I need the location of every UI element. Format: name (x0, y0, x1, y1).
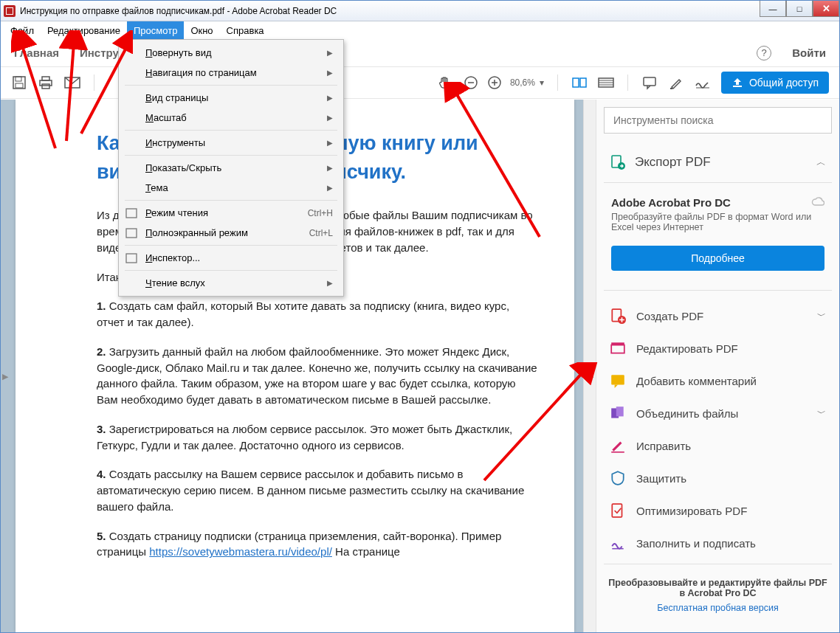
svg-rect-35 (126, 254, 137, 263)
tool-row[interactable]: Редактировать PDF (604, 332, 832, 364)
svg-rect-18 (644, 77, 655, 86)
menu-item[interactable]: Инспектор... (119, 248, 343, 268)
menu-item[interactable]: Чтение вслух▶ (119, 273, 343, 293)
menu-help[interactable]: Справка (220, 21, 271, 39)
submenu-arrow-icon: ▶ (327, 139, 333, 147)
submenu-arrow-icon: ▶ (327, 49, 333, 57)
doc-paragraph: 4. Создать рассылку на Вашем сервисе рас… (97, 466, 537, 514)
doc-paragraph: 3. Зарегистрироваться на любом сервисе р… (97, 421, 537, 454)
submenu-arrow-icon: ▶ (327, 279, 333, 287)
menu-view[interactable]: Просмотр (127, 21, 184, 39)
search-tools-input[interactable] (604, 107, 832, 134)
submenu-arrow-icon: ▶ (327, 114, 333, 122)
combine-icon (610, 405, 626, 421)
tool-row[interactable]: Исправить (604, 429, 832, 462)
tool-row[interactable]: Добавить комментарий (604, 364, 832, 397)
sign-icon (610, 535, 626, 551)
login-button[interactable]: Войти (792, 46, 826, 59)
submenu-arrow-icon: ▶ (327, 69, 333, 77)
tool-row[interactable]: Создать PDF﹀ (604, 300, 832, 332)
submenu-arrow-icon: ▶ (327, 94, 333, 102)
svg-rect-34 (126, 229, 137, 238)
chevron-down-icon: ﹀ (817, 407, 826, 420)
promo-text: Преобразовывайте и редактируйте файлы PD… (608, 578, 827, 598)
left-collapse-icon[interactable]: ▶ (1, 365, 10, 387)
doc-paragraph: 1. Создать сам файл, который Вы хотите д… (97, 298, 537, 331)
menu-item[interactable]: Тема▶ (119, 178, 343, 198)
svg-rect-13 (580, 78, 586, 87)
submenu-arrow-icon: ▶ (327, 184, 333, 192)
svg-rect-12 (573, 78, 579, 87)
svg-rect-26 (611, 342, 624, 345)
menu-item[interactable]: Повернуть вид▶ (119, 43, 343, 63)
side-panel: ▶ Экспорт PDF ︿ Adobe Acrobat Pro DC Пре… (596, 100, 839, 632)
export-pdf-icon (610, 154, 626, 170)
svg-rect-27 (611, 375, 624, 384)
annotation-arrow (11, 30, 133, 156)
full-icon (125, 226, 138, 240)
create-icon (610, 308, 626, 324)
inspect-icon (125, 252, 138, 265)
export-pdf-header[interactable]: Экспорт PDF ︿ (604, 147, 832, 178)
product-name: Adobe Acrobat Pro DC (611, 196, 805, 209)
svg-rect-33 (126, 209, 137, 218)
tool-row[interactable]: Оптимизировать PDF (604, 494, 832, 527)
tool-row[interactable]: Защитить (604, 462, 832, 494)
menu-item[interactable]: Показать/Скрыть▶ (119, 158, 343, 178)
close-button[interactable]: ✕ (813, 1, 839, 17)
fit-width-icon[interactable] (571, 75, 588, 91)
svg-rect-20 (733, 86, 742, 87)
tool-row[interactable]: Объединить файлы﹀ (604, 397, 832, 429)
menu-item[interactable]: Масштаб▶ (119, 108, 343, 128)
svg-rect-31 (612, 504, 622, 517)
menu-item[interactable]: Режим чтенияCtrl+H (119, 203, 343, 223)
protect-icon (610, 470, 626, 486)
edit-icon (610, 340, 626, 356)
chevron-down-icon: ﹀ (817, 310, 826, 322)
help-icon[interactable]: ? (757, 46, 771, 60)
menu-item[interactable]: Навигация по страницам▶ (119, 63, 343, 83)
promo-link[interactable]: Бесплатная пробная версия (608, 603, 827, 613)
upload-icon (731, 77, 743, 89)
read-icon (125, 207, 138, 220)
doc-paragraph: 2. Загрузить данный файл на любом файлоо… (97, 344, 537, 408)
optimize-icon (610, 502, 626, 519)
highlight-icon[interactable] (668, 75, 684, 91)
svg-rect-25 (611, 345, 624, 353)
annotation-arrow (473, 362, 599, 488)
sign-icon[interactable] (695, 75, 711, 91)
menu-window[interactable]: Окно (184, 21, 219, 39)
doc-paragraph: 5. Создать страницу подписки (страница п… (97, 528, 537, 561)
redact-icon (610, 437, 626, 454)
menu-item[interactable]: Инструменты▶ (119, 133, 343, 153)
cloud-icon (811, 196, 824, 208)
learn-more-button[interactable]: Подробнее (611, 246, 824, 271)
submenu-arrow-icon: ▶ (327, 164, 333, 172)
doc-link[interactable]: https://sovetywebmastera.ru/video/pl/ (149, 545, 332, 558)
share-button[interactable]: Общий доступ (721, 72, 829, 94)
chevron-up-icon: ︿ (816, 156, 826, 169)
menu-item[interactable]: Полноэкранный режимCtrl+L (119, 223, 343, 243)
fit-page-icon[interactable] (598, 75, 614, 91)
view-dropdown: Повернуть вид▶Навигация по страницам▶Вид… (118, 39, 344, 297)
svg-rect-29 (616, 407, 624, 416)
menu-item[interactable]: Вид страницы▶ (119, 88, 343, 108)
annotation-arrow (414, 82, 547, 244)
tool-row[interactable]: Заполнить и подписать (604, 527, 832, 559)
minimize-button[interactable]: — (760, 1, 786, 17)
app-icon (4, 5, 16, 17)
titlebar: Инструкция по отправке файлов подписчика… (1, 1, 839, 21)
maximize-button[interactable]: □ (786, 1, 813, 17)
comment-icon (610, 373, 626, 389)
comment-icon[interactable] (641, 75, 658, 91)
export-desc: Преобразуйте файлы PDF в формат Word или… (611, 212, 824, 232)
window-title: Инструкция по отправке файлов подписчика… (20, 6, 337, 16)
